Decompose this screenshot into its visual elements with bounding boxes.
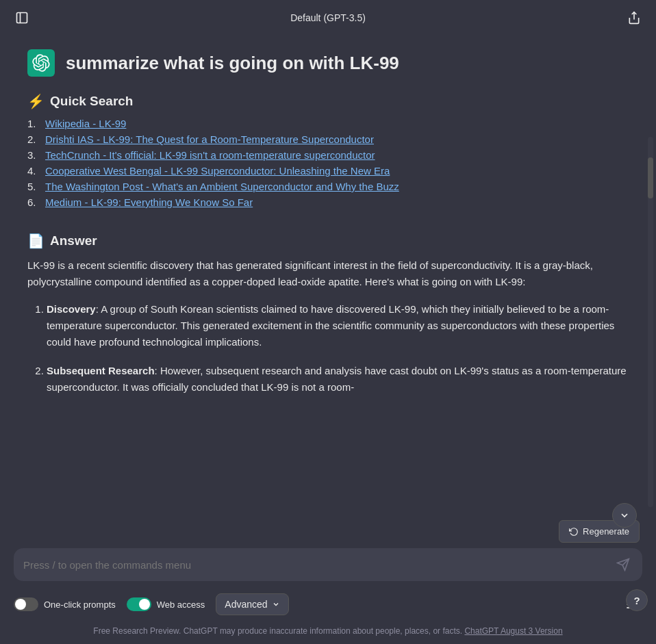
search-links-list: 1. Wikipedia - LK-99 2. Drishti IAS - LK…	[27, 118, 629, 208]
model-label: Default (GPT-3.5)	[290, 12, 366, 23]
one-click-prompts-toggle-group: One-click prompts	[14, 597, 116, 611]
answer-point-1: Discovery: A group of South Korean scien…	[47, 301, 629, 350]
answer-point-2: Subsequent Research: However, subsequent…	[47, 363, 629, 396]
chat-input[interactable]	[23, 559, 607, 571]
answer-heading: 📄 Answer	[27, 233, 629, 249]
answer-point-1-text: : A group of South Korean scientists cla…	[47, 303, 614, 348]
web-access-toggle-group: Web access	[127, 597, 205, 611]
list-item: 2. Drishti IAS - LK-99: The Quest for a …	[27, 133, 629, 145]
search-link-5[interactable]: The Washington Post - What's an Ambient …	[45, 181, 399, 192]
bottom-area: Regenerate One-click prompts	[0, 513, 656, 621]
footer-link[interactable]: ChatGPT August 3 Version	[464, 626, 562, 636]
search-link-3[interactable]: TechCrunch - It's official: LK-99 isn't …	[45, 149, 375, 161]
footer: Free Research Preview. ChatGPT may produ…	[0, 621, 656, 644]
svg-rect-0	[17, 13, 27, 23]
sidebar-toggle-button[interactable]	[11, 7, 33, 29]
toggle-knob	[15, 599, 26, 610]
list-num: 6.	[27, 196, 41, 208]
scroll-thumb	[648, 157, 653, 198]
scroll-indicator	[648, 137, 653, 507]
search-link-4[interactable]: Cooperative West Bengal - LK-99 Supercon…	[45, 165, 390, 177]
left-controls: One-click prompts Web access Advanced	[14, 593, 289, 615]
answer-list: Discovery: A group of South Korean scien…	[27, 301, 629, 396]
list-num: 1.	[27, 118, 41, 129]
scroll-down-button[interactable]	[612, 503, 637, 528]
footer-text: Free Research Preview. ChatGPT may produ…	[93, 626, 462, 636]
quick-search-heading: ⚡ Quick Search	[27, 93, 629, 110]
list-item: 5. The Washington Post - What's an Ambie…	[27, 181, 629, 192]
lightning-icon: ⚡	[27, 93, 45, 110]
one-click-prompts-label: One-click prompts	[44, 600, 116, 610]
list-num: 2.	[27, 133, 41, 145]
help-button[interactable]: ?	[626, 589, 648, 611]
send-button[interactable]	[614, 555, 633, 574]
chatgpt-logo-icon	[27, 49, 55, 77]
one-click-prompts-toggle[interactable]	[14, 597, 38, 611]
prompt-header: summarize what is going on with LK-99	[27, 49, 629, 77]
answer-point-1-label: Discovery	[47, 303, 96, 315]
regenerate-row: Regenerate	[14, 520, 642, 543]
advanced-label: Advanced	[225, 599, 267, 610]
list-item: 4. Cooperative West Bengal - LK-99 Super…	[27, 165, 629, 177]
top-bar: Default (GPT-3.5)	[0, 0, 656, 36]
list-num: 4.	[27, 165, 41, 177]
search-link-2[interactable]: Drishti IAS - LK-99: The Quest for a Roo…	[45, 133, 374, 145]
list-num: 3.	[27, 149, 41, 161]
main-content: summarize what is going on with LK-99 ⚡ …	[0, 36, 656, 513]
list-num: 5.	[27, 181, 41, 192]
quick-search-label: Quick Search	[50, 94, 133, 109]
document-icon: 📄	[27, 233, 45, 249]
answer-label: Answer	[50, 233, 97, 248]
search-link-1[interactable]: Wikipedia - LK-99	[45, 118, 126, 129]
prompt-title: summarize what is going on with LK-99	[66, 53, 399, 74]
bottom-controls: One-click prompts Web access Advanced	[14, 589, 642, 621]
web-access-label: Web access	[157, 600, 205, 610]
list-item: 1. Wikipedia - LK-99	[27, 118, 629, 129]
advanced-dropdown-button[interactable]: Advanced	[216, 593, 288, 615]
answer-point-2-label: Subsequent Research	[47, 365, 155, 376]
list-item: 3. TechCrunch - It's official: LK-99 isn…	[27, 149, 629, 161]
regenerate-label: Regenerate	[583, 526, 629, 537]
toggle-knob-web	[139, 599, 150, 610]
search-link-6[interactable]: Medium - LK-99: Everything We Know So Fa…	[45, 196, 253, 208]
answer-section: 📄 Answer LK-99 is a recent scientific di…	[27, 233, 629, 408]
share-button[interactable]	[623, 7, 645, 29]
chevron-down-icon	[272, 600, 280, 608]
chat-input-wrapper	[14, 548, 642, 581]
quick-search-section: ⚡ Quick Search 1. Wikipedia - LK-99 2. D…	[27, 93, 629, 212]
web-access-toggle[interactable]	[127, 597, 151, 611]
answer-intro: LK-99 is a recent scientific discovery t…	[27, 257, 629, 290]
list-item: 6. Medium - LK-99: Everything We Know So…	[27, 196, 629, 208]
